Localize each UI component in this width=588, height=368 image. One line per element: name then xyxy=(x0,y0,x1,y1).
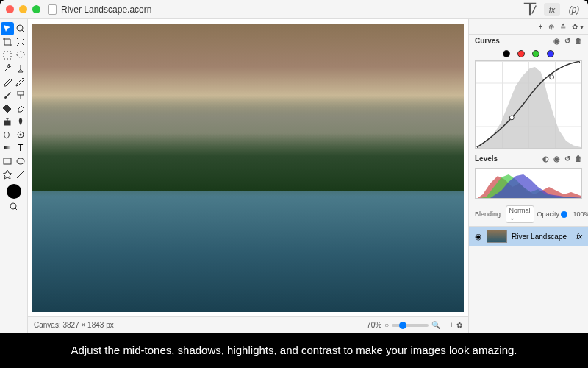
gear-icon[interactable]: ✿ ▾ xyxy=(572,23,584,31)
add-adjustment-icon[interactable]: + xyxy=(538,23,542,31)
layer-item[interactable]: ◉ River Landscape fx xyxy=(469,227,588,246)
curves-title: Curves xyxy=(475,37,500,45)
svg-rect-9 xyxy=(4,158,11,164)
opacity-label: Opacity: xyxy=(537,210,562,218)
window-controls xyxy=(6,5,40,13)
close-button[interactable] xyxy=(6,5,14,13)
levels-delete-icon[interactable]: 🗑 xyxy=(575,155,582,163)
svg-point-15 xyxy=(579,61,581,63)
blending-controls: Blending: Normal ⌄ Opacity: 100% xyxy=(469,202,588,226)
marketing-caption: Adjust the mid-tones, shadows, highlight… xyxy=(0,333,588,368)
star-tool[interactable] xyxy=(1,168,14,181)
line-tool[interactable] xyxy=(14,168,27,181)
document-title: River Landscape.acorn xyxy=(61,4,522,15)
expand-tool[interactable] xyxy=(14,35,27,49)
burn-tool[interactable] xyxy=(14,128,27,141)
levels-title: Levels xyxy=(475,155,498,163)
add-icon[interactable]: + xyxy=(449,321,453,329)
wand-tool[interactable] xyxy=(1,62,14,75)
p-button[interactable]: (p) xyxy=(566,3,582,16)
rect-tool[interactable] xyxy=(1,155,14,168)
levels-header: Levels ◐ ◉ ↺ 🗑 xyxy=(469,152,588,165)
canvas-dimensions: Canvas: 3827 × 1843 px xyxy=(34,321,367,329)
lasso-tool[interactable] xyxy=(14,49,27,62)
zoom-out-icon[interactable]: ○ xyxy=(384,321,389,329)
levels-reset-icon[interactable]: ↺ xyxy=(564,155,570,163)
adjustment-icon[interactable]: ⊕ xyxy=(548,23,554,31)
svg-point-12 xyxy=(476,146,478,148)
visibility-icon[interactable]: ◉ xyxy=(553,37,560,45)
brush-tool[interactable] xyxy=(1,88,14,102)
curves-graph[interactable] xyxy=(475,60,582,149)
canvas-area: Canvas: 3827 × 1843 px 70% ○ 🔍 + ✿ xyxy=(28,19,469,333)
svg-point-13 xyxy=(509,116,514,120)
blend-mode-select[interactable]: Normal ⌄ xyxy=(506,205,534,223)
eraser-tool[interactable] xyxy=(14,102,27,115)
settings-icon[interactable]: ✿ xyxy=(456,321,462,329)
gradient-tool[interactable] xyxy=(1,141,14,155)
crop-tool[interactable] xyxy=(1,35,14,49)
svg-rect-1 xyxy=(4,52,11,59)
svg-point-10 xyxy=(17,158,24,164)
foreground-color[interactable] xyxy=(7,184,21,199)
curves-header: Curves ◉ ↺ 🗑 xyxy=(469,34,588,47)
svg-rect-7 xyxy=(4,146,11,149)
text-tool-shortcut[interactable] xyxy=(522,3,538,16)
tool-palette: T xyxy=(0,19,28,333)
layers-list: ◉ River Landscape fx xyxy=(469,226,588,333)
levels-icon[interactable]: ≛ xyxy=(560,23,566,31)
minimize-button[interactable] xyxy=(19,5,27,13)
document-icon xyxy=(48,4,57,15)
channel-blue[interactable] xyxy=(547,50,554,57)
blending-label: Blending: xyxy=(475,210,503,218)
svg-point-14 xyxy=(550,75,554,79)
channel-selector xyxy=(475,50,582,57)
titlebar: River Landscape.acorn fx (p) xyxy=(0,0,588,19)
inspector-panels: + ⊕ ≛ ✿ ▾ Curves ◉ ↺ 🗑 xyxy=(469,19,588,333)
zoom-percent: 70% xyxy=(367,321,381,329)
move-tool[interactable] xyxy=(1,22,14,35)
flood-select-tool[interactable] xyxy=(14,62,27,75)
color-zoom[interactable] xyxy=(7,200,21,213)
paint-tool[interactable] xyxy=(14,88,27,102)
dodge-tool[interactable] xyxy=(1,128,14,141)
clone-tool[interactable] xyxy=(1,115,14,128)
svg-text:T: T xyxy=(18,143,24,153)
svg-point-6 xyxy=(19,134,21,136)
fill-tool[interactable] xyxy=(1,102,14,115)
status-bar: Canvas: 3827 × 1843 px 70% ○ 🔍 + ✿ xyxy=(28,316,468,333)
layer-thumbnail xyxy=(487,230,507,243)
marquee-tool[interactable] xyxy=(1,49,14,62)
svg-point-0 xyxy=(17,25,23,31)
zoom-in-icon[interactable]: 🔍 xyxy=(431,321,440,329)
svg-point-11 xyxy=(10,203,16,209)
opacity-value: 100% xyxy=(573,210,588,218)
text-tool[interactable]: T xyxy=(14,141,27,155)
svg-point-2 xyxy=(17,52,24,57)
fx-button[interactable]: fx xyxy=(544,3,560,16)
svg-rect-3 xyxy=(18,91,24,95)
canvas[interactable] xyxy=(32,24,464,312)
maximize-button[interactable] xyxy=(32,5,40,13)
layer-visibility-icon[interactable]: ◉ xyxy=(475,232,482,241)
ellipse-tool[interactable] xyxy=(14,155,27,168)
svg-rect-4 xyxy=(4,121,10,125)
zoom-slider[interactable] xyxy=(392,324,429,327)
eyedropper-tool[interactable] xyxy=(1,75,14,88)
layer-fx-icon[interactable]: fx xyxy=(576,233,582,241)
levels-contrast-icon[interactable]: ◐ xyxy=(542,155,549,163)
levels-visibility-icon[interactable]: ◉ xyxy=(553,155,560,163)
channel-green[interactable] xyxy=(532,50,539,57)
smudge-tool[interactable] xyxy=(14,115,27,128)
channel-red[interactable] xyxy=(517,50,525,57)
reset-icon[interactable]: ↺ xyxy=(564,37,570,45)
delete-icon[interactable]: 🗑 xyxy=(575,37,582,45)
layer-name: River Landscape xyxy=(512,233,572,241)
zoom-tool[interactable] xyxy=(14,22,27,35)
levels-histogram[interactable] xyxy=(475,168,582,199)
pencil-tool[interactable] xyxy=(14,75,27,88)
channel-rgb[interactable] xyxy=(503,50,510,57)
